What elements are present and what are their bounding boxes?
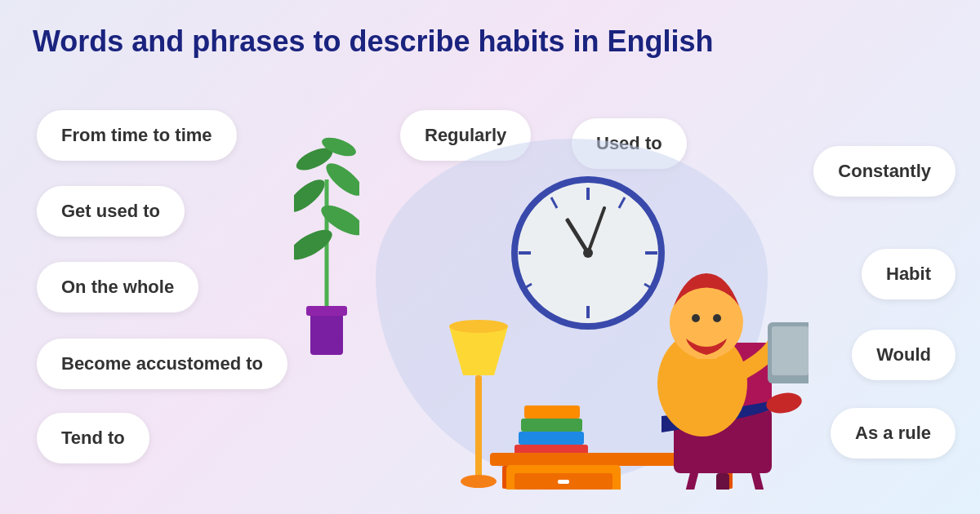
pill-constantly: Constantly: [813, 146, 956, 197]
svg-rect-21: [475, 375, 482, 481]
pill-on-the-whole: On the whole: [37, 262, 198, 312]
svg-rect-26: [519, 432, 584, 445]
svg-point-3: [294, 224, 336, 266]
plant-illustration: [294, 98, 359, 359]
svg-rect-0: [310, 310, 343, 355]
svg-point-24: [449, 320, 508, 333]
pill-become-accustomed: Become accustomed to: [37, 339, 287, 389]
svg-point-51: [692, 314, 700, 322]
main-container: Words and phrases to describe habits in …: [0, 0, 980, 514]
page-title: Words and phrases to describe habits in …: [33, 24, 947, 59]
scene-illustration: [351, 147, 808, 490]
svg-line-44: [755, 473, 764, 490]
svg-point-52: [713, 314, 721, 322]
svg-rect-54: [772, 326, 808, 375]
svg-point-20: [583, 248, 593, 258]
pill-habit: Habit: [862, 249, 956, 299]
pill-tend-to: Tend to: [37, 413, 149, 463]
svg-point-22: [461, 475, 497, 488]
svg-line-43: [686, 473, 694, 490]
pill-get-used-to: Get used to: [37, 186, 185, 237]
pill-would: Would: [852, 330, 956, 380]
svg-rect-27: [521, 419, 582, 432]
svg-rect-45: [716, 473, 729, 490]
svg-rect-1: [306, 306, 347, 316]
svg-marker-23: [449, 326, 508, 375]
svg-rect-36: [558, 480, 569, 484]
svg-rect-28: [524, 405, 580, 419]
pill-from-time-to-time: From time to time: [37, 110, 237, 161]
pill-as-a-rule: As a rule: [831, 408, 956, 459]
